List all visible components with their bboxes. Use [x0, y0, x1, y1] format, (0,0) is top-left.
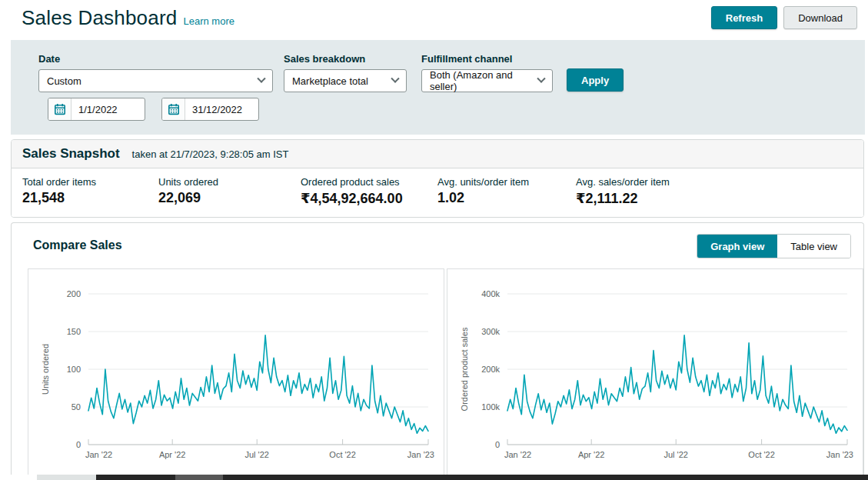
fulfillment-channel-select[interactable]: Both (Amazon and seller) [421, 69, 553, 92]
refresh-button[interactable]: Refresh [711, 6, 777, 29]
snapshot-timestamp: taken at 21/7/2023, 9:28:05 am IST [132, 148, 289, 160]
svg-text:150: 150 [67, 327, 81, 336]
svg-text:Ordered product sales: Ordered product sales [460, 327, 469, 411]
stat-avg-units-per-order-item: Avg. units/order item 1.02 [437, 176, 576, 207]
svg-text:0: 0 [76, 440, 81, 449]
stat-value: ₹2,111.22 [576, 190, 670, 207]
stat-total-order-items: Total order items 21,548 [22, 176, 158, 207]
svg-text:200: 200 [67, 289, 81, 298]
stat-units-ordered: Units ordered 22,069 [158, 176, 301, 207]
svg-text:Oct '22: Oct '22 [329, 450, 356, 459]
svg-text:50: 50 [72, 402, 81, 412]
sales-snapshot-section: Sales Snapshot taken at 21/7/2023, 9:28:… [11, 139, 864, 218]
date-label: Date [38, 53, 273, 65]
svg-text:400k: 400k [481, 289, 500, 298]
svg-text:Jul '22: Jul '22 [664, 450, 688, 459]
start-date-value: 1/1/2022 [72, 104, 118, 115]
date-range-select[interactable]: Custom [38, 69, 273, 92]
svg-text:Jan '23: Jan '23 [407, 450, 434, 459]
end-date-input[interactable]: 31/12/2022 [161, 98, 259, 121]
sales-breakdown-label: Sales breakdown [284, 53, 407, 65]
stat-label: Units ordered [158, 176, 301, 188]
fulfillment-channel-group: Fulfillment channel Both (Amazon and sel… [421, 53, 553, 92]
scrollbar-track[interactable] [96, 475, 868, 480]
table-view-button[interactable]: Table view [777, 235, 850, 258]
stat-label: Total order items [22, 176, 158, 188]
download-button[interactable]: Download [783, 6, 857, 29]
fulfillment-channel-label: Fulfillment channel [421, 53, 553, 65]
stat-label: Ordered product sales [301, 176, 437, 188]
sales-breakdown-value: Marketplace total [292, 75, 368, 87]
horizontal-scrollbar[interactable] [0, 475, 868, 480]
stat-value: ₹4,54,92,664.00 [301, 190, 437, 207]
compare-sales-section: Compare Sales Graph view Table view 0501… [11, 222, 864, 480]
stat-ordered-product-sales: Ordered product sales ₹4,54,92,664.00 [301, 176, 437, 207]
svg-text:Jan '22: Jan '22 [85, 450, 112, 459]
svg-text:Apr '22: Apr '22 [578, 450, 605, 459]
chevron-down-icon [391, 75, 399, 83]
graph-view-button[interactable]: Graph view [697, 235, 777, 258]
page-title: Sales Dashboard [22, 6, 177, 30]
svg-text:Jul '22: Jul '22 [245, 450, 269, 459]
svg-text:100: 100 [67, 365, 81, 374]
sales-breakdown-group: Sales breakdown Marketplace total [284, 53, 407, 92]
ordered-product-sales-chart: 0100k200k300k400kJan '22Apr '22Jul '22Oc… [447, 268, 863, 478]
stat-value: 21,548 [22, 190, 158, 206]
svg-text:Oct '22: Oct '22 [748, 450, 775, 459]
scrollbar-corner [37, 475, 96, 480]
stat-avg-sales-per-order-item: Avg. sales/order item ₹2,111.22 [576, 176, 670, 207]
svg-text:Jan '23: Jan '23 [826, 450, 853, 459]
svg-text:Jan '22: Jan '22 [504, 450, 531, 459]
stat-value: 1.02 [437, 190, 576, 206]
scrollbar-thumb[interactable] [175, 475, 223, 480]
filter-panel: Date Custom [11, 40, 865, 135]
svg-text:200k: 200k [481, 365, 500, 374]
stat-label: Avg. units/order item [437, 176, 576, 188]
snapshot-title: Sales Snapshot [22, 146, 120, 162]
page-header: Sales Dashboard Learn more Refresh Downl… [0, 0, 868, 30]
svg-text:300k: 300k [481, 327, 500, 336]
sales-dashboard-page: Sales Dashboard Learn more Refresh Downl… [0, 0, 868, 480]
svg-text:Units ordered: Units ordered [41, 344, 50, 395]
chevron-down-icon [257, 75, 265, 83]
calendar-icon[interactable] [162, 98, 185, 120]
apply-button[interactable]: Apply [567, 68, 624, 92]
start-date-input[interactable]: 1/1/2022 [48, 98, 145, 121]
svg-text:0: 0 [495, 440, 500, 449]
end-date-value: 31/12/2022 [185, 104, 242, 115]
compare-sales-title: Compare Sales [33, 234, 122, 252]
units-ordered-chart: 050100150200Jan '22Apr '22Jul '22Oct '22… [28, 268, 444, 478]
calendar-icon[interactable] [48, 98, 72, 120]
date-range-value: Custom [47, 75, 81, 87]
chevron-down-icon [537, 75, 545, 83]
sales-breakdown-select[interactable]: Marketplace total [284, 69, 407, 92]
learn-more-link[interactable]: Learn more [183, 15, 234, 27]
date-filter-group: Date Custom [38, 53, 273, 121]
svg-text:100k: 100k [481, 402, 500, 412]
stat-value: 22,069 [158, 190, 301, 206]
svg-text:Apr '22: Apr '22 [159, 450, 186, 459]
stat-label: Avg. sales/order item [576, 176, 670, 188]
fulfillment-channel-value: Both (Amazon and seller) [430, 69, 532, 92]
view-toggle: Graph view Table view [697, 234, 851, 258]
